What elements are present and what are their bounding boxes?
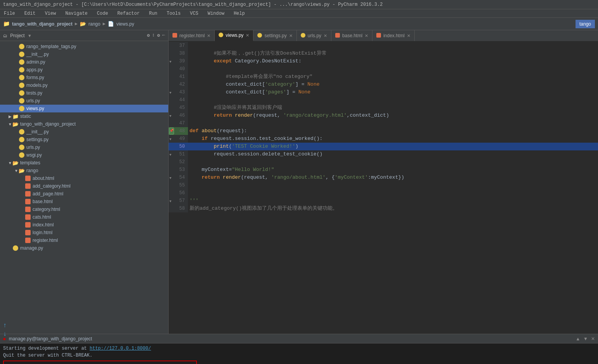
tab-base-html[interactable]: base.html ✕ (331, 30, 372, 41)
tree-item-login-html[interactable]: login.html (0, 229, 168, 236)
tree-item-urls-project[interactable]: urls.py (0, 143, 168, 151)
tab-close-settings[interactable]: ✕ (289, 33, 293, 38)
sidebar-sort-icon[interactable]: ↕ (152, 33, 155, 38)
line-code-47 (188, 119, 598, 127)
tree-item-cats-html[interactable]: cats.html (0, 213, 168, 221)
tree-item-add-category-html[interactable]: add_category.html (0, 182, 168, 190)
html-icon (25, 237, 31, 243)
panel-close-icon[interactable]: ✕ (591, 336, 595, 342)
tree-item-settings[interactable]: settings.py (0, 136, 168, 143)
line-number-53: 53 (169, 166, 188, 174)
tab-settings-py[interactable]: settings.py ✕ (253, 30, 296, 41)
menu-edit[interactable]: Edit (22, 10, 38, 17)
tree-item-templates[interactable]: ▼ 📂 templates (0, 159, 168, 167)
tab-views-py[interactable]: views.py ✕ (215, 30, 253, 41)
tree-item-add-page-html[interactable]: add_page.html (0, 190, 168, 198)
tree-item-rango-template-tags[interactable]: rango_template_tags.py (0, 43, 168, 50)
file-tree: rango_template_tags.py __init__.py admin… (0, 41, 168, 334)
menu-navigate[interactable]: Navigate (63, 10, 90, 17)
panel-up-icon[interactable]: ▲ (576, 336, 580, 342)
menu-vcs[interactable]: VCS (188, 10, 201, 17)
tree-item-models[interactable]: models.py (0, 81, 168, 89)
sidebar-dropdown[interactable]: ▼ (28, 33, 32, 38)
code-line-48: 📌 48 def about(request): (169, 127, 598, 135)
tab-urls-py[interactable]: urls.py ✕ (297, 30, 331, 41)
tab-html-icon3 (376, 33, 381, 39)
line-number-37: 37 (169, 42, 188, 50)
tree-item-forms[interactable]: forms.py (0, 74, 168, 81)
fold-icon-51: ▼ (169, 151, 171, 159)
py-icon (19, 98, 25, 104)
tango-button[interactable]: tango (576, 20, 595, 28)
fold-icon-57: ▼ (169, 198, 171, 205)
tree-item-static[interactable]: ▶ 📁 static (0, 112, 168, 120)
tree-item-register-html[interactable]: register.html (0, 236, 168, 244)
code-line-42: 42 context_dict['category'] = None (169, 81, 598, 88)
tree-item-tango-project-folder[interactable]: ▼ 📂 tango_with_django_project (0, 120, 168, 128)
line-number-40: 40 (169, 65, 188, 73)
terminal-content[interactable]: Starting development server at http://12… (0, 343, 598, 364)
tab-close-urls[interactable]: ✕ (324, 33, 327, 38)
toolbar-file-name: views.py (116, 21, 134, 27)
tab-index-html[interactable]: index.html ✕ (372, 30, 415, 41)
tree-item-base-html[interactable]: base.html (0, 198, 168, 205)
tree-item-manage[interactable]: manage.py (0, 244, 168, 252)
tree-item-rango-templates[interactable]: ▼ 📂 rango (0, 167, 168, 174)
tree-item-init[interactable]: __init__.py (0, 50, 168, 58)
menu-tools[interactable]: Tools (164, 10, 183, 17)
py-icon (19, 105, 25, 112)
terminal-line-server: Starting development server at http://12… (3, 345, 595, 352)
tree-item-category-html[interactable]: category.html (0, 205, 168, 213)
panel-down-icon[interactable]: ▼ (583, 336, 588, 342)
line-number-39: ▼ 39 (169, 57, 188, 65)
line-code-42: context_dict['category'] = None (188, 81, 598, 88)
line-number-55: 55 (169, 181, 188, 189)
html-icon (25, 191, 31, 197)
code-line-55: 55 (169, 181, 598, 189)
fold-icon-54: ▼ (169, 174, 171, 182)
tree-item-project-init[interactable]: __init__.py (0, 128, 168, 136)
html-icon (25, 183, 31, 189)
tree-item-tests[interactable]: tests.py (0, 89, 168, 97)
menu-refactor[interactable]: Refactor (115, 10, 142, 17)
terminal-server-link[interactable]: http://127.0.0.1:8000/ (90, 346, 151, 351)
code-line-56: 56 (169, 189, 598, 197)
menu-run[interactable]: Run (146, 10, 160, 17)
folder-open-icon: 📂 (12, 160, 19, 166)
tab-close-base[interactable]: ✕ (365, 33, 368, 38)
sidebar-collapse-icon[interactable]: ← (162, 33, 165, 38)
line-number-38: 38 (169, 50, 188, 57)
line-number-45: 45 (169, 104, 188, 112)
code-line-49: ▼ 49 if request.session.test_cookie_work… (169, 135, 598, 143)
tab-close-views[interactable]: ✕ (246, 33, 249, 38)
menu-help[interactable]: Help (231, 10, 247, 17)
tab-close-register[interactable]: ✕ (207, 33, 210, 38)
sidebar-settings-icon[interactable]: ⚙ (147, 33, 150, 38)
title-bar: tango_with_django_project - [C:\Users\rH… (0, 0, 598, 9)
code-line-58: 58 新的add_category()视图添加了几个用于处理表单的关键功能。 (169, 205, 598, 212)
tree-item-urls-rango[interactable]: urls.py (0, 97, 168, 105)
code-editor[interactable]: 37 38 #如果不能，.get()方法引发DoesNotExist异常 ▼ 3… (169, 42, 598, 334)
main-layout: 🗂 Project ▼ ⚙ ↕ ⚙ ← rango_template_tags.… (0, 30, 598, 334)
tree-item-wsgi[interactable]: wsgi.py (0, 151, 168, 159)
menu-window[interactable]: Window (205, 10, 227, 17)
toolbar-folder2-name: rango (88, 21, 100, 27)
line-code-51: request.session.delete_test_cookie() (188, 150, 598, 158)
tab-close-index[interactable]: ✕ (407, 33, 410, 38)
sidebar-config-icon[interactable]: ⚙ (157, 33, 160, 38)
menu-view[interactable]: View (43, 10, 59, 17)
tree-item-apps[interactable]: apps.py (0, 66, 168, 74)
html-icon (25, 214, 31, 220)
menu-file[interactable]: File (2, 10, 17, 17)
tab-register-html[interactable]: register.html ✕ (169, 30, 215, 41)
tree-item-about-html[interactable]: about.html (0, 174, 168, 182)
terminal-highlight-box: [16/Mar/2017 12:19:55] "GET /rango/ HTTP… (3, 361, 197, 364)
tree-item-index-html[interactable]: index.html (0, 221, 168, 229)
tree-item-admin[interactable]: admin.py (0, 58, 168, 66)
line-code-45: #渲染响应并将其返回到客户端 (188, 104, 598, 112)
code-line-53: 53 myContext="Hello World!" (169, 166, 598, 174)
menu-code[interactable]: Code (95, 10, 110, 17)
py-icon (19, 90, 25, 96)
html-icon (25, 229, 31, 236)
tree-item-views[interactable]: views.py (0, 105, 168, 112)
